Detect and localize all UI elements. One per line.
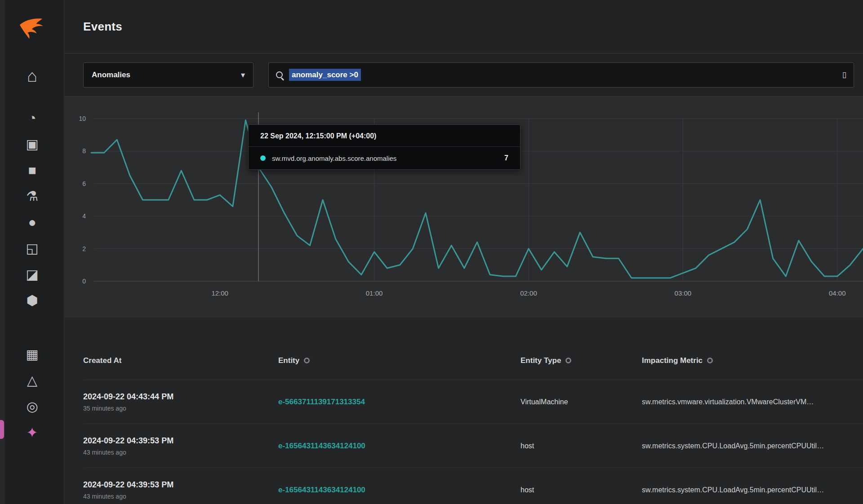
svg-text:12:00: 12:00 xyxy=(211,289,228,297)
filter-icon[interactable] xyxy=(304,358,310,363)
card-icon[interactable]: ■ xyxy=(19,157,46,183)
sidebar: ⌂◔▣■⚗●◱◪⬢▦△◎✦ xyxy=(0,0,64,504)
hexagon-icon[interactable]: ⬢ xyxy=(19,287,46,314)
column-header-entity-type[interactable]: Entity Type xyxy=(520,356,642,365)
bookmark-icon[interactable]: ▯ xyxy=(842,70,846,80)
flask-icon[interactable]: ⚗ xyxy=(19,183,46,209)
column-header-label: Created At xyxy=(83,356,121,365)
svg-text:04:00: 04:00 xyxy=(829,289,846,297)
table-body: 2024-09-22 04:43:44 PM35 minutes agoe-56… xyxy=(83,380,863,504)
search-input[interactable]: anomaly_score >0 ▯ xyxy=(268,62,854,88)
tooltip-series-name: sw.mvd.org.anomaly.abs.score.anomalies xyxy=(272,155,396,162)
column-header-created-at[interactable]: Created At xyxy=(83,356,278,365)
main-content: Events Anomalies ▾ anomaly_score >0 ▯ 02… xyxy=(65,0,863,504)
panel-icon[interactable]: ◱ xyxy=(19,235,46,261)
filter-bar: Anomalies ▾ anomaly_score >0 ▯ xyxy=(65,53,863,96)
svg-text:0: 0 xyxy=(82,278,86,285)
svg-text:8: 8 xyxy=(82,147,86,155)
page-title: Events xyxy=(83,20,122,34)
svg-text:6: 6 xyxy=(82,180,86,187)
svg-text:2: 2 xyxy=(82,245,86,252)
table-row[interactable]: 2024-09-22 04:43:44 PM35 minutes agoe-56… xyxy=(83,380,863,424)
entity-type-cell: VirtualMachine xyxy=(520,398,642,406)
created-at-cell: 2024-09-22 04:39:53 PM43 minutes ago xyxy=(83,480,278,500)
svg-text:01:00: 01:00 xyxy=(366,289,383,297)
column-header-label: Entity Type xyxy=(520,356,561,365)
series-dot-icon xyxy=(260,155,266,161)
svg-text:4: 4 xyxy=(82,212,86,220)
impacting-metric-cell: sw.metrics.vmware.virtualization.VMwareC… xyxy=(642,398,863,406)
chevron-down-icon: ▾ xyxy=(241,70,245,80)
created-at-value: 2024-09-22 04:39:53 PM xyxy=(83,480,278,490)
filter-icon[interactable] xyxy=(565,358,571,363)
table-row[interactable]: 2024-09-22 04:39:53 PM43 minutes agoe-16… xyxy=(83,424,863,468)
search-value: anomaly_score >0 xyxy=(289,71,361,80)
column-header-impacting-metric[interactable]: Impacting Metric xyxy=(642,356,863,365)
dropdown-value: Anomalies xyxy=(92,71,130,80)
grid-apps-icon[interactable]: ▦ xyxy=(19,341,46,367)
eye-icon[interactable]: ◎ xyxy=(19,393,46,420)
pie-chart-icon[interactable]: ◪ xyxy=(19,261,46,287)
tooltip-value: 7 xyxy=(504,154,508,162)
entity-type-cell: host xyxy=(520,442,642,450)
entity-type-cell: host xyxy=(520,486,642,494)
svg-text:10: 10 xyxy=(79,115,86,122)
events-table: Created AtEntityEntity TypeImpacting Met… xyxy=(83,341,863,504)
sidebar-nav: ⌂◔▣■⚗●◱◪⬢▦△◎✦ xyxy=(0,63,64,446)
entity-link[interactable]: e-1656431143634124100 xyxy=(278,442,365,450)
column-header-label: Entity xyxy=(278,356,299,365)
impacting-metric-cell: sw.metrics.system.CPU.LoadAvg.5min.perce… xyxy=(642,442,863,450)
entity-cell: e-5663711139171313354 xyxy=(278,398,520,407)
created-at-value: 2024-09-22 04:39:53 PM xyxy=(83,436,278,446)
created-at-value: 2024-09-22 04:43:44 PM xyxy=(83,392,278,402)
relative-time: 43 minutes ago xyxy=(83,493,278,500)
home-icon[interactable]: ⌂ xyxy=(19,63,46,89)
circle-icon[interactable]: ● xyxy=(19,209,46,235)
topbar: Events xyxy=(65,0,863,53)
relative-time: 43 minutes ago xyxy=(83,449,278,456)
event-type-dropdown[interactable]: Anomalies ▾ xyxy=(83,62,254,88)
column-header-label: Impacting Metric xyxy=(642,356,703,365)
pink-spark-icon[interactable]: ✦ xyxy=(19,420,46,446)
dashboards-icon[interactable]: ▣ xyxy=(19,131,46,157)
entity-link[interactable]: e-5663711139171313354 xyxy=(278,398,365,406)
created-at-cell: 2024-09-22 04:39:53 PM43 minutes ago xyxy=(83,436,278,456)
entity-link[interactable]: e-1656431143634124100 xyxy=(278,486,365,494)
column-header-entity[interactable]: Entity xyxy=(278,356,520,365)
tooltip-timestamp: 22 Sep 2024, 12:15:00 PM (+04:00) xyxy=(249,125,520,147)
filter-icon[interactable] xyxy=(707,358,713,363)
triangle-alert-icon[interactable]: △ xyxy=(19,367,46,393)
anomalies-chart[interactable]: 024681012:0001:0002:0003:0004:00 22 Sep … xyxy=(65,96,863,317)
solarwinds-logo[interactable] xyxy=(17,13,45,41)
table-row[interactable]: 2024-09-22 04:39:53 PM43 minutes agoe-16… xyxy=(83,468,863,504)
svg-text:02:00: 02:00 xyxy=(520,289,537,297)
impacting-metric-cell: sw.metrics.system.CPU.LoadAvg.5min.perce… xyxy=(642,486,863,494)
svg-text:03:00: 03:00 xyxy=(675,289,692,297)
entity-cell: e-1656431143634124100 xyxy=(278,442,520,451)
chart-tooltip: 22 Sep 2024, 12:15:00 PM (+04:00) sw.mvd… xyxy=(248,124,520,170)
entity-cell: e-1656431143634124100 xyxy=(278,486,520,495)
created-at-cell: 2024-09-22 04:43:44 PM35 minutes ago xyxy=(83,392,278,412)
table-header-row: Created AtEntityEntity TypeImpacting Met… xyxy=(83,341,863,380)
search-icon xyxy=(276,71,283,78)
globe-explore-icon[interactable]: ◔ xyxy=(19,105,46,131)
relative-time: 35 minutes ago xyxy=(83,405,278,412)
